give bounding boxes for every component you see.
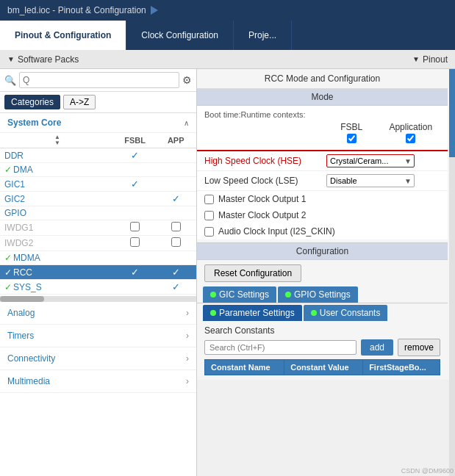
app-check (155, 148, 196, 163)
tab-user-constants[interactable]: User Constants (304, 305, 388, 321)
config-tabs-row1: GIC Settings GPIO Settings (197, 286, 448, 303)
chevron-right-icon: › (186, 353, 189, 364)
table-row[interactable]: IWDG2 (0, 236, 196, 251)
table-row[interactable]: ✓DMA (0, 163, 196, 177)
tab-gic-settings[interactable]: GIC Settings (203, 286, 276, 303)
component-name[interactable]: ✓SYS_S (0, 280, 115, 295)
chevron-right-icon: › (186, 376, 189, 386)
sidebar-item-multimedia[interactable]: Multimedia › (0, 370, 196, 393)
content-area: RCC Mode and Configuration Mode Boot tim… (197, 69, 455, 380)
tab-categories[interactable]: Categories (4, 95, 60, 109)
hse-label: High Speed Clock (HSE) (204, 156, 322, 166)
table-row[interactable]: GIC2✓ (0, 192, 196, 206)
software-packs-item[interactable]: ▼ Software Packs (7, 54, 79, 65)
table-row[interactable]: DDR✓ (0, 148, 196, 163)
app-check (155, 206, 196, 220)
component-table: ▲▼ FSBL APP DDR✓✓DMAGIC1✓GIC2✓GPIOIWDG1I… (0, 133, 196, 295)
mode-header: Mode (197, 89, 448, 106)
sidebar-item-timers[interactable]: Timers › (0, 325, 196, 347)
mco1-checkbox[interactable] (204, 195, 214, 204)
tab-project[interactable]: Proje... (234, 21, 292, 50)
content-wrapper: RCC Mode and Configuration Mode Boot tim… (197, 69, 455, 476)
tab-pinout[interactable]: Pinout & Configuration (0, 21, 126, 50)
boot-time-row: Boot time:Runtime contexts: (197, 106, 448, 120)
chevron-right-icon: › (186, 308, 189, 318)
col-app: APP (155, 133, 196, 148)
app-check: ✓ (155, 280, 196, 295)
table-row[interactable]: ✓SYS_S✓ (0, 280, 196, 295)
table-row[interactable]: GPIO (0, 206, 196, 220)
tab-gpio-settings[interactable]: GPIO Settings (278, 286, 358, 303)
pinout-item[interactable]: ▼ Pinout (412, 54, 448, 65)
search-constants-label: Search Constants (204, 325, 440, 336)
fsbl-input[interactable] (130, 237, 140, 247)
component-name[interactable]: GPIO (0, 206, 115, 220)
fsbl-check (115, 163, 156, 177)
app-input[interactable] (171, 237, 181, 247)
component-name[interactable]: DDR (0, 148, 115, 163)
gear-icon[interactable]: ⚙ (182, 74, 192, 86)
i2sckin-checkbox[interactable] (204, 227, 214, 237)
component-name[interactable]: ✓RCC (0, 265, 115, 280)
right-scrollbar[interactable] (449, 69, 455, 476)
fsbl-check (115, 192, 156, 206)
tab-clock[interactable]: Clock Configuration (126, 21, 234, 50)
table-row[interactable]: IWDG1 (0, 220, 196, 236)
packs-bar: ▼ Software Packs ▼ Pinout (0, 50, 455, 69)
component-name[interactable]: ✓DMA (0, 163, 115, 177)
tab-az[interactable]: A->Z (63, 95, 96, 109)
mco1-label: Master Clock Output 1 (218, 194, 306, 204)
mco2-row: Master Clock Output 2 (197, 207, 448, 223)
app-check (155, 251, 196, 265)
fsbl-check: ✓ (115, 265, 156, 280)
component-name[interactable]: IWDG1 (0, 220, 115, 236)
add-button[interactable]: add (361, 339, 393, 356)
param-dot (210, 310, 216, 316)
sidebar-item-connectivity[interactable]: Connectivity › (0, 347, 196, 370)
fsbl-checkbox[interactable] (347, 134, 357, 143)
section-title: Multimedia (7, 376, 50, 386)
col-sort[interactable]: ▲▼ (0, 133, 115, 148)
section-title: Analog (7, 308, 35, 318)
search-input[interactable] (19, 72, 179, 88)
main-tab-bar: Pinout & Configuration Clock Configurati… (0, 21, 455, 50)
application-checkbox[interactable] (406, 134, 415, 143)
table-row[interactable]: GIC1✓ (0, 177, 196, 192)
fsbl-check (115, 236, 156, 251)
remove-button[interactable]: remove (398, 339, 440, 356)
mco2-checkbox[interactable] (204, 211, 214, 220)
fsbl-input[interactable] (130, 222, 140, 231)
sidebar: 🔍 ⚙ Categories A->Z System Core ∧ (0, 69, 197, 476)
component-name[interactable]: GIC2 (0, 192, 115, 206)
system-core-header[interactable]: System Core ∧ (0, 113, 196, 133)
checkmark-icon: ✓ (172, 193, 180, 204)
section-title: Connectivity (7, 353, 55, 364)
horizontal-scrollbar[interactable] (0, 296, 196, 302)
reset-config-button[interactable]: Reset Configuration (204, 264, 301, 282)
mco2-label: Master Clock Output 2 (218, 210, 306, 220)
lse-label: Low Speed Clock (LSE) (204, 176, 322, 186)
constants-search-input[interactable] (204, 340, 357, 355)
component-name[interactable]: IWDG2 (0, 236, 115, 251)
component-name[interactable]: ✓MDMA (0, 251, 115, 265)
fsbl-check: ✓ (115, 177, 156, 192)
table-row[interactable]: ✓MDMA (0, 251, 196, 265)
tick-icon: ✓ (4, 267, 12, 278)
tick-icon: ✓ (4, 165, 12, 175)
fsbl-check (115, 280, 156, 295)
hse-select-wrap: Crystal/Ceram... Disable ▼ (326, 154, 415, 167)
fsbl-check (115, 251, 156, 265)
search-icon: 🔍 (4, 75, 16, 86)
component-name[interactable]: GIC1 (0, 177, 115, 192)
chevron-down-icon: ▼ (412, 55, 420, 63)
chevron-down-icon: ▼ (7, 55, 15, 63)
lse-select[interactable]: Disable Crystal/Ceram... (326, 174, 415, 187)
sidebar-item-analog[interactable]: Analog › (0, 302, 196, 325)
table-row[interactable]: ✓RCC✓✓ (0, 265, 196, 280)
other-sections: Analog › Timers › Connectivity › Multime… (0, 302, 196, 393)
fsbl-header: FSBL (322, 122, 381, 132)
app-input[interactable] (171, 222, 181, 231)
tab-parameter-settings[interactable]: Parameter Settings (203, 305, 302, 321)
hse-select[interactable]: Crystal/Ceram... Disable (326, 154, 415, 167)
high-speed-clock-row: High Speed Clock (HSE) Crystal/Ceram... … (197, 150, 448, 171)
